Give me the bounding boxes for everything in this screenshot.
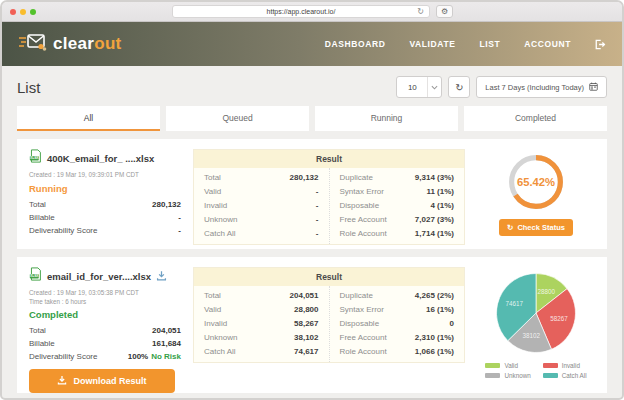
check-status-button[interactable]: ↻ Check Status [499,219,573,236]
gear-icon: ⚙ [441,7,448,16]
item1-result-left-col: Total280,132 Valid- Invalid- Unknown- Ca… [194,168,329,244]
browser-settings-button[interactable]: ⚙ [436,5,453,18]
item1-status: Running [29,183,181,194]
window-controls [10,9,36,15]
browser-window: https://app.clearout.io/ ↻ ⚙ clearout [0,0,624,400]
item1-meta-billable: Billable- [29,211,181,224]
per-page-value: 10 [397,83,427,92]
svg-text:58267: 58267 [550,315,568,322]
logout-icon[interactable] [593,38,606,51]
browser-chrome: https://app.clearout.io/ ↻ ⚙ [2,2,622,22]
tab-completed[interactable]: Completed [464,106,607,131]
nav-account[interactable]: ACCOUNT [524,39,571,49]
item2-meta-total: Total204,051 [29,324,181,337]
item2-meta-billable: Billable161,684 [29,337,181,350]
result-pie-chart: 28800582673810274617 [494,271,578,355]
xlsx-file-icon: XLSX [29,267,42,285]
xlsx-file-icon: XLSX [29,149,42,167]
status-tabs: All Queued Running Completed [17,106,607,131]
item2-summary: XLSX email_id_for_ver....xlsx Created : … [29,267,181,383]
calendar-icon [589,82,598,93]
list-item-running: XLSX 400K_email_for_ ....xlsx Created : … [17,139,607,249]
nav-dashboard[interactable]: DASHBOARD [325,39,386,49]
address-bar[interactable]: https://app.clearout.io/ ↻ [172,5,430,18]
item1-filename: 400K_email_for_ ....xlsx [47,153,154,164]
item2-result-left-col: Total204,051 Valid28,800 Invalid58,267 U… [194,286,329,362]
legend-invalid-swatch [543,363,558,368]
legend-unknown: Unknown [485,372,530,379]
item2-meta-deliverability: Deliverability Score100%No Risk [29,350,181,363]
toolbar-controls: 10 ↻ Last 7 Days (Including Today) [396,76,607,98]
item1-result-table: Result Total280,132 Valid- Invalid- Unkn… [193,149,465,245]
item2-result-title: Result [194,268,464,286]
minimize-window-icon[interactable] [20,9,26,15]
url-text: https://app.clearout.io/ [267,8,336,15]
download-result-button[interactable]: Download Result [29,369,175,393]
download-icon [57,375,67,387]
clearout-logo[interactable]: clearout [18,31,122,57]
list-toolbar: List 10 ↻ Last 7 Days (Including Today) [17,75,607,99]
svg-text:38102: 38102 [523,332,541,339]
item1-meta-deliverability: Deliverability Score- [29,224,181,237]
progress-donut-chart: 65.42% [506,152,566,212]
item2-filename: email_id_for_ver....xlsx [47,271,151,282]
legend-unknown-swatch [485,373,500,378]
legend-catchall: Catch All [543,372,587,379]
pie-legend: Valid Invalid Unknown Catch All [485,362,586,379]
item2-chart-panel: 28800582673810274617 Valid Invalid Unkno… [477,267,595,383]
item1-created: Created : 19 Mar 19, 09:39:01 PM CDT [29,171,181,180]
legend-valid-swatch [485,363,500,368]
item2-result-right-col: Duplicate4,265 (2%) Syntax Error16 (1%) … [329,286,465,362]
item2-time-taken: Time taken : 6 hours [29,298,181,307]
logo-wordmark: clearout [53,34,122,54]
item2-status: Completed [29,309,181,320]
refresh-icon: ↻ [507,223,513,232]
list-item-completed: XLSX email_id_for_ver....xlsx Created : … [17,257,607,393]
svg-text:XLSX: XLSX [30,156,39,160]
item1-meta-total: Total280,132 [29,198,181,211]
close-window-icon[interactable] [10,9,16,15]
chevron-down-icon [427,77,441,97]
svg-text:28800: 28800 [538,288,556,295]
nav-list[interactable]: LIST [479,39,500,49]
page-title: List [17,79,40,96]
legend-invalid: Invalid [543,362,587,369]
item1-progress-panel: 65.42% ↻ Check Status [477,149,595,239]
progress-percent: 65.42% [517,176,555,188]
download-file-icon[interactable] [156,267,167,285]
date-range-button[interactable]: Last 7 Days (Including Today) [476,76,607,98]
zoom-window-icon[interactable] [30,9,36,15]
tab-running[interactable]: Running [315,106,458,131]
per-page-select[interactable]: 10 [396,76,442,98]
page-content: List 10 ↻ Last 7 Days (Including Today) [2,66,622,398]
item1-result-title: Result [194,150,464,168]
app-header: clearout DASHBOARD VALIDATE LIST ACCOUNT [2,22,622,66]
legend-catchall-swatch [543,373,558,378]
reload-icon[interactable]: ↻ [417,7,424,17]
tab-all[interactable]: All [17,106,160,131]
nav-validate[interactable]: VALIDATE [409,39,455,49]
refresh-list-button[interactable]: ↻ [448,76,470,98]
svg-text:74617: 74617 [505,300,523,307]
refresh-icon: ↻ [455,82,463,93]
legend-valid: Valid [485,362,530,369]
tab-queued[interactable]: Queued [166,106,309,131]
svg-text:XLSX: XLSX [30,274,39,278]
date-range-label: Last 7 Days (Including Today) [485,83,584,92]
item1-result-right-col: Duplicate9,314 (3%) Syntax Error11 (1%) … [329,168,465,244]
main-nav: DASHBOARD VALIDATE LIST ACCOUNT [325,39,571,49]
item1-summary: XLSX 400K_email_for_ ....xlsx Created : … [29,149,181,239]
item2-result-table: Result Total204,051 Valid28,800 Invalid5… [193,267,465,363]
item2-created: Created : 19 Mar 19, 03:05:38 PM CDT Tim… [29,289,181,306]
envelope-icon [18,31,48,57]
